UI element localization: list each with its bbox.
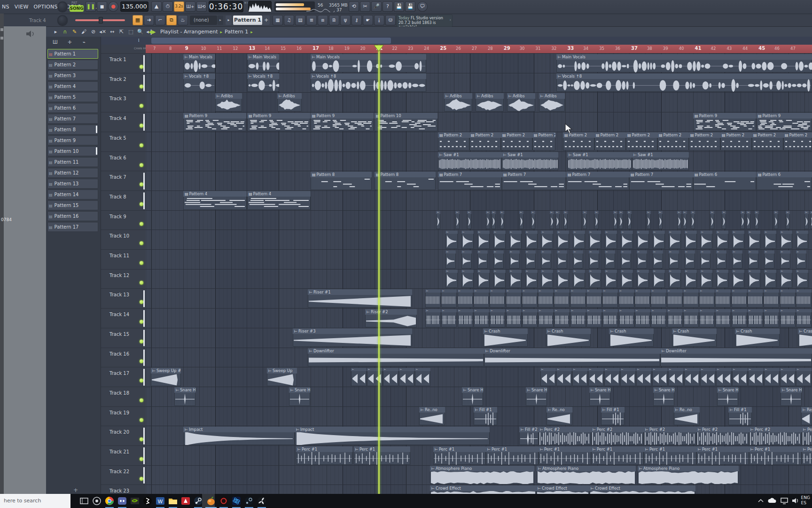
audio-clip[interactable]: ⊢ — [554, 289, 570, 308]
pattern-clip[interactable]: ▤Pattern 8 — [375, 172, 436, 190]
track-header-15[interactable]: Track 15 — [101, 328, 146, 348]
audio-clip[interactable]: ⊢ — [531, 211, 535, 229]
channel-volume-knob[interactable] — [57, 15, 68, 25]
save-icon[interactable]: 💾 — [394, 1, 404, 12]
audio-clip[interactable]: ⊢ — [677, 211, 681, 229]
audio-clip[interactable]: ⊢ — [605, 270, 617, 288]
plugin-picker-icon[interactable]: 🗎 — [329, 15, 339, 25]
audio-clip[interactable]: ⊢Vocals ↑8 — [247, 73, 279, 92]
breadcrumb[interactable]: ◀▶ Playlist - Arrangement▸Pattern 1▸ — [148, 29, 255, 35]
audio-clip[interactable]: ⊢Perc #1 — [749, 446, 802, 465]
audio-clip[interactable]: ⊢ — [445, 250, 456, 269]
audio-clip[interactable]: ⊢ — [700, 250, 710, 269]
playlist-icon[interactable]: ▦ — [273, 15, 283, 25]
audio-clip[interactable]: ⊢ — [667, 289, 683, 308]
playlist-grid[interactable]: ⊢Main Vocals⊢Main Vocals⊢Main Vocals⊢Mai… — [146, 53, 812, 494]
audio-clip[interactable]: ⊢Re..no — [547, 407, 572, 425]
audio-clip[interactable]: ⊢ — [764, 230, 776, 249]
audio-clip[interactable]: ⊢Perc #2 — [802, 427, 812, 445]
audio-clip[interactable]: ⊢ — [658, 211, 663, 229]
audio-clip[interactable]: ⊢ — [796, 368, 812, 386]
track-header-20[interactable]: Track 20 — [101, 426, 146, 446]
stop-button[interactable]: ■ — [97, 1, 107, 12]
export-icon[interactable]: ⭳ — [374, 15, 384, 25]
record-button[interactable]: ● — [108, 1, 118, 12]
audio-clip[interactable]: ⊢ — [691, 211, 695, 229]
audio-clip[interactable]: ⊢ — [764, 289, 779, 308]
audio-clip[interactable]: ⊢ — [493, 250, 504, 269]
pattern-item-7[interactable]: ▤Pattern 7 — [47, 114, 98, 124]
audio-clip[interactable]: ⊢ — [748, 250, 758, 269]
audio-clip[interactable]: ⊢Snare Hit — [289, 387, 310, 405]
pattern-clip[interactable]: ▤Pattern 2 — [657, 132, 689, 151]
audio-clip[interactable]: ⊢ — [647, 211, 651, 229]
audio-clip[interactable]: ⊢Perc #1 — [433, 446, 486, 465]
pattern-clip[interactable]: ▤Pattern 6 — [757, 172, 812, 190]
pattern-clip[interactable]: ▤Pattern 2 — [626, 132, 657, 151]
audio-clip[interactable]: ⊢ — [796, 250, 806, 269]
audio-clip[interactable]: ⊢ — [780, 368, 796, 386]
taskbar-icon-cortana[interactable] — [92, 496, 102, 506]
audio-clip[interactable]: ⊢Adlibs — [476, 93, 504, 111]
pattern-clip[interactable]: ▤Pattern 2 — [752, 132, 783, 151]
pattern-item-2[interactable]: ▤Pattern 2 — [47, 60, 98, 70]
pattern-clip[interactable]: ▤Pattern 7 — [438, 172, 502, 190]
track-mute-led[interactable] — [140, 418, 143, 422]
metronome-icon[interactable]: ⏱ — [163, 1, 173, 12]
audio-clip[interactable]: ⊢ — [685, 250, 695, 269]
track-header-17[interactable]: Track 17 — [101, 367, 146, 387]
audio-clip[interactable]: ⊢Snare Hit — [462, 387, 483, 405]
track-header-2[interactable]: Track 2 — [101, 73, 146, 93]
scrollbar-thumb[interactable] — [151, 38, 391, 44]
pattern-clip[interactable]: ▤Pattern 4 — [247, 191, 311, 209]
audio-clip[interactable]: ⊢ — [570, 289, 586, 308]
audio-clip[interactable]: ⊢ — [594, 211, 599, 229]
audio-clip[interactable]: ⊢ — [490, 289, 505, 308]
pattern-clip[interactable]: ▤Pattern 2 — [594, 132, 626, 151]
track-header-10[interactable]: Track 10 — [101, 230, 146, 250]
mic-icon[interactable]: 🎤 — [371, 1, 382, 12]
pattern-item-13[interactable]: ▤Pattern 13 — [47, 179, 98, 189]
audio-clip[interactable]: ⊢ — [732, 270, 744, 288]
pattern-item-9[interactable]: ▤Pattern 9 — [47, 135, 98, 145]
audio-clip[interactable]: ⊢ — [621, 230, 633, 249]
audio-clip[interactable]: ⊢Snare Hit — [589, 387, 610, 405]
pattern-item-5[interactable]: ▤Pattern 5 — [47, 92, 98, 102]
audio-clip[interactable]: ⊢ — [613, 211, 617, 229]
audio-clip[interactable]: ⊢ — [741, 211, 745, 229]
audio-clip[interactable]: ⊢Main Vocals — [247, 54, 279, 72]
audio-clip[interactable]: ⊢ — [748, 368, 764, 386]
taskbar-icon-discord[interactable] — [117, 496, 127, 506]
audio-clip[interactable]: ⊢ — [541, 230, 553, 249]
taskbar-icon-task-view[interactable] — [79, 496, 89, 506]
track-mute-led[interactable] — [140, 261, 143, 265]
pat-mode-label[interactable]: PAT — [71, 1, 77, 5]
audio-clip[interactable]: ⊢Snare Hit — [781, 387, 802, 405]
audio-clip[interactable]: ⊢ — [764, 309, 779, 327]
audio-clip[interactable]: ⊢ — [525, 270, 538, 288]
audio-clip[interactable]: ⊢ — [653, 270, 665, 288]
track-mute-led[interactable] — [140, 457, 143, 461]
audio-clip[interactable]: ⊢ — [425, 289, 441, 308]
pattern-item-16[interactable]: ▤Pattern 16 — [47, 211, 98, 221]
audio-clip[interactable]: ⊢ — [555, 211, 560, 229]
taskbar-icon-radeon[interactable] — [219, 496, 229, 506]
pause-button[interactable]: ❚❚ — [86, 1, 96, 12]
audio-clip[interactable]: ⊢Riser #2 — [365, 309, 417, 327]
update-notification[interactable]: Today FL Studio version 20.7.2 build 186… — [396, 15, 453, 27]
audio-clip[interactable]: ⊢ — [583, 211, 587, 229]
audio-clip[interactable]: ⊢ — [573, 250, 583, 269]
track-mute-led[interactable] — [140, 398, 143, 402]
audio-clip[interactable]: ⊢Re..no — [674, 407, 700, 425]
audio-clip[interactable]: ⊢ — [732, 368, 748, 386]
track-header-8[interactable]: Track 8 — [101, 190, 146, 211]
taskbar-icon-nvidia[interactable] — [130, 496, 140, 506]
magnet-icon[interactable]: ∩ — [61, 28, 69, 36]
audio-clip[interactable]: ⊢ — [557, 270, 569, 288]
audio-clip[interactable]: ⊢ — [668, 368, 684, 386]
speaker-tray-icon[interactable] — [791, 497, 800, 505]
audio-clip[interactable]: ⊢ — [732, 289, 747, 308]
audio-clip[interactable]: ⊢ — [557, 230, 569, 249]
menu-item-view[interactable]: VIEW — [15, 4, 29, 10]
mixer-icon[interactable]: ≣ — [306, 15, 317, 25]
